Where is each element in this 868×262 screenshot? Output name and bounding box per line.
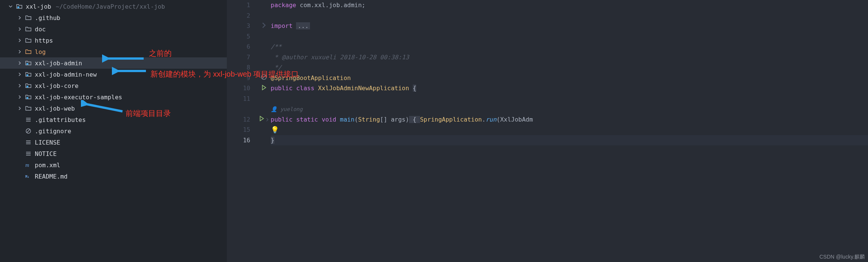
chevron-right-icon[interactable] [17, 94, 23, 100]
module-icon [25, 94, 32, 100]
folder-icon [25, 26, 32, 32]
folder-label: xxl-job-core [35, 82, 79, 89]
folder-icon [25, 37, 32, 44]
folded-imports[interactable]: ... [296, 22, 310, 29]
tree-item-xxl-job-core[interactable]: xxl-job-core [0, 80, 227, 91]
tree-item-readme[interactable]: M↓ README.md [0, 171, 227, 182]
tree-item-xxl-job-web[interactable]: xxl-job-web [0, 103, 227, 114]
maven-icon: m [25, 162, 32, 168]
folder-label: xxl-job-executor-samples [35, 94, 122, 101]
file-icon [25, 139, 32, 146]
folder-label: xxl-job-web [35, 105, 75, 112]
file-icon [25, 150, 32, 157]
file-icon [25, 116, 32, 123]
chevron-down-icon[interactable] [8, 3, 14, 9]
folder-path: ~/CodeHome/JavaProject/xxl-job [56, 3, 165, 10]
file-label: pom.xml [35, 162, 60, 169]
folder-icon [25, 48, 32, 55]
folder-label: .github [35, 14, 60, 22]
file-label: README.md [35, 173, 68, 180]
svg-rect-0 [17, 6, 19, 8]
tree-item-https[interactable]: https [0, 35, 227, 46]
author-inlay: 👤 yuelong [271, 106, 302, 112]
folder-icon [25, 105, 32, 112]
tree-item-notice[interactable]: NOTICE [0, 148, 227, 159]
folder-label: xxl-job-admin-new [35, 71, 97, 78]
chevron-right-icon[interactable] [17, 105, 23, 111]
markdown-icon: M↓ [25, 173, 32, 180]
run-icon[interactable] [259, 116, 265, 123]
tree-item-xxl-job-admin-new[interactable]: xxl-job-admin-new [0, 69, 227, 80]
fold-icon[interactable] [265, 116, 269, 123]
tree-item-doc[interactable]: doc [0, 23, 227, 35]
chevron-right-icon[interactable] [17, 26, 23, 32]
file-label: NOTICE [35, 150, 57, 157]
chevron-right-icon[interactable] [17, 60, 23, 66]
fold-icon[interactable] [261, 22, 267, 30]
tree-item-executor-samples[interactable]: xxl-job-executor-samples [0, 91, 227, 103]
chevron-right-icon[interactable] [17, 49, 23, 55]
tree-item-log[interactable]: log [0, 46, 227, 57]
folder-label: xxl-job-admin [35, 60, 82, 67]
chevron-right-icon[interactable] [17, 15, 23, 21]
watermark: CSDN @lucky.麒麟 [819, 254, 865, 260]
file-label: LICENSE [35, 139, 60, 146]
file-label: .gitattributes [35, 116, 86, 123]
no-entry-icon [261, 74, 267, 82]
gutter-icons [257, 0, 271, 262]
svg-rect-3 [26, 86, 28, 88]
file-label: .gitignore [35, 128, 71, 135]
svg-rect-4 [26, 97, 28, 99]
tree-item-gitignore[interactable]: .gitignore [0, 125, 227, 137]
folder-label: https [35, 37, 53, 44]
folder-label: xxl-job [26, 3, 51, 10]
tree-item-xxl-job-admin[interactable]: xxl-job-admin [0, 57, 227, 69]
tree-item-gitattributes[interactable]: .gitattributes [0, 114, 227, 125]
folder-label: doc [35, 26, 46, 33]
folder-label: log [35, 48, 46, 55]
tree-item-github[interactable]: .github [0, 12, 227, 23]
svg-text:m: m [25, 162, 29, 168]
code-editor[interactable]: 1 2 3 5 6 7 8 9 10 11 12 15 16 [227, 0, 868, 262]
folder-icon [25, 14, 32, 21]
module-icon [16, 3, 23, 10]
svg-text:M↓: M↓ [25, 175, 29, 179]
chevron-right-icon[interactable] [17, 37, 23, 43]
tree-item-license[interactable]: LICENSE [0, 137, 227, 148]
code-body[interactable]: package com.xxl.job.admin; import ... /*… [271, 0, 868, 262]
chevron-right-icon[interactable] [17, 83, 23, 89]
module-icon [25, 82, 32, 89]
run-icon[interactable] [261, 85, 267, 92]
svg-rect-1 [26, 63, 28, 65]
svg-rect-2 [26, 74, 28, 76]
tree-root[interactable]: xxl-job ~/CodeHome/JavaProject/xxl-job [0, 1, 227, 12]
line-gutter: 1 2 3 5 6 7 8 9 10 11 12 15 16 [227, 0, 257, 262]
lightbulb-icon[interactable]: 💡 [271, 126, 279, 134]
module-icon [25, 71, 32, 78]
chevron-right-icon[interactable] [17, 71, 23, 77]
ignore-icon [25, 128, 32, 134]
module-icon [25, 60, 32, 66]
tree-item-pom[interactable]: m pom.xml [0, 159, 227, 171]
project-tree[interactable]: xxl-job ~/CodeHome/JavaProject/xxl-job .… [0, 0, 227, 262]
